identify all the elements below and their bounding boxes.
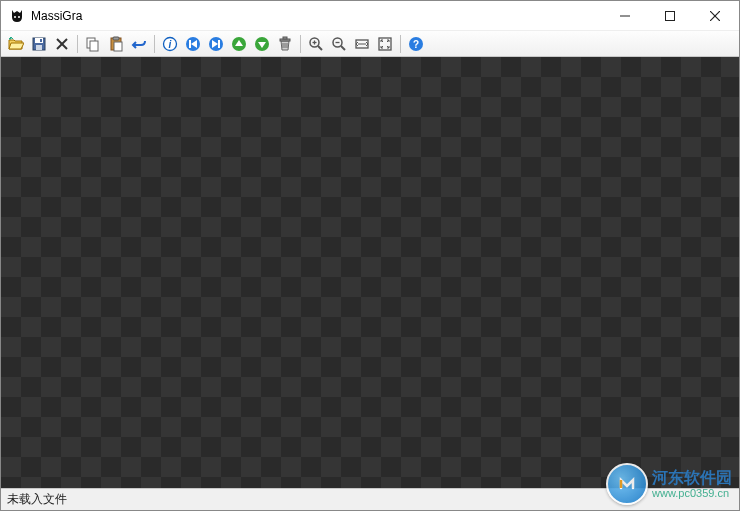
toolbar-separator — [77, 35, 78, 53]
svg-text:i: i — [169, 39, 172, 50]
window-controls — [602, 2, 737, 30]
help-button[interactable]: ? — [405, 33, 427, 55]
svg-rect-8 — [36, 45, 42, 50]
toolbar-separator — [154, 35, 155, 53]
svg-rect-9 — [40, 39, 42, 42]
statusbar: 未载入文件 — [1, 488, 739, 510]
svg-rect-20 — [189, 40, 191, 48]
save-button[interactable] — [28, 33, 50, 55]
copy-button[interactable] — [82, 33, 104, 55]
svg-point-0 — [14, 16, 16, 18]
svg-rect-13 — [90, 41, 98, 51]
minimize-button[interactable] — [602, 2, 647, 30]
toolbar: i ? — [1, 31, 739, 57]
svg-rect-3 — [665, 11, 674, 20]
zoom-out-button[interactable] — [328, 33, 350, 55]
prev-folder-button[interactable] — [228, 33, 250, 55]
svg-line-35 — [341, 46, 345, 50]
first-button[interactable] — [182, 33, 204, 55]
svg-rect-16 — [114, 42, 122, 51]
info-button[interactable]: i — [159, 33, 181, 55]
delete-button[interactable] — [51, 33, 73, 55]
actual-size-button[interactable] — [351, 33, 373, 55]
recycle-button[interactable] — [274, 33, 296, 55]
titlebar: MassiGra — [1, 1, 739, 31]
paste-button[interactable] — [105, 33, 127, 55]
svg-text:?: ? — [413, 39, 419, 50]
maximize-button[interactable] — [647, 2, 692, 30]
status-message: 未载入文件 — [7, 491, 67, 508]
toolbar-separator — [300, 35, 301, 53]
image-canvas[interactable] — [1, 57, 739, 488]
close-button[interactable] — [692, 2, 737, 30]
svg-rect-39 — [379, 38, 391, 50]
undo-button[interactable] — [128, 33, 150, 55]
last-button[interactable] — [205, 33, 227, 55]
zoom-in-button[interactable] — [305, 33, 327, 55]
next-folder-button[interactable] — [251, 33, 273, 55]
window-title: MassiGra — [31, 9, 602, 23]
svg-point-1 — [18, 16, 20, 18]
svg-line-31 — [318, 46, 322, 50]
svg-rect-26 — [283, 37, 287, 39]
toolbar-separator — [400, 35, 401, 53]
app-icon — [9, 8, 25, 24]
fit-window-button[interactable] — [374, 33, 396, 55]
svg-rect-15 — [113, 37, 119, 40]
open-button[interactable] — [5, 33, 27, 55]
svg-rect-22 — [218, 40, 220, 48]
